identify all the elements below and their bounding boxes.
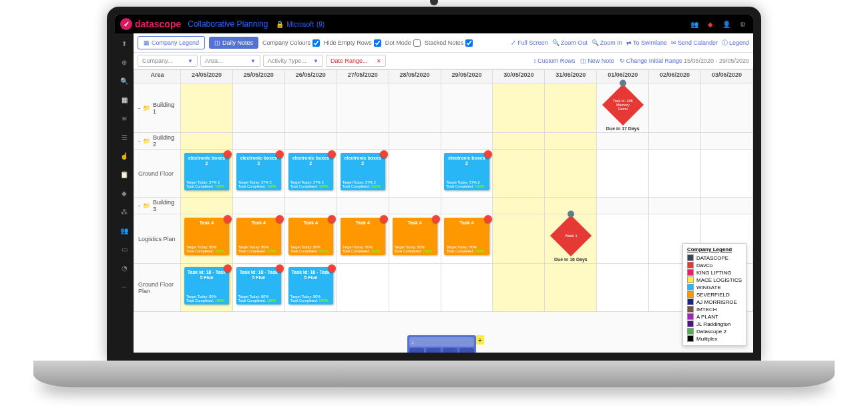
row-label: Logistics Plan bbox=[134, 214, 181, 264]
header-date: 30/05/2020 bbox=[493, 70, 545, 83]
stacked-notes-checkbox[interactable]: Stacked Notes bbox=[425, 39, 473, 47]
company-colours-checkbox[interactable]: Company Colours bbox=[262, 39, 320, 47]
note-card[interactable]: Task 4Target Today: 80%Total Completed: … bbox=[341, 218, 385, 255]
custom-rows-link[interactable]: ↕ Custom Rows bbox=[533, 57, 576, 64]
add-note-button[interactable]: + bbox=[476, 335, 484, 345]
legend-label: MACE LOGISTICS bbox=[696, 277, 742, 283]
calendar-grid: Area 24/05/2020 25/05/2020 26/05/2020 27… bbox=[134, 69, 753, 312]
header-date: 27/05/2020 bbox=[337, 70, 389, 83]
full-screen-link[interactable]: ⤢ Full Screen bbox=[511, 39, 548, 46]
folder-row: -📁Building 2 bbox=[134, 133, 753, 150]
legend-item: IMTECH bbox=[687, 306, 742, 313]
area-filter[interactable]: Area...▼ bbox=[200, 55, 260, 67]
zoom-in-link[interactable]: 🔍 Zoom In bbox=[592, 39, 622, 46]
legend-swatch bbox=[687, 254, 694, 261]
header-date: 25/05/2020 bbox=[232, 70, 284, 83]
pager-last[interactable]: » bbox=[459, 348, 474, 353]
company-filter[interactable]: Company...▼ bbox=[138, 55, 198, 67]
note-card[interactable]: electronic boxes 2Target Today: 57% 2Tot… bbox=[236, 153, 281, 190]
nav-back-icon[interactable]: ← bbox=[118, 280, 130, 292]
nav-upload-icon[interactable]: ⬆ bbox=[118, 37, 130, 49]
nav-alert-icon[interactable]: ⁂ bbox=[118, 206, 130, 218]
drag-handle-icon[interactable]: ↓ bbox=[411, 339, 415, 345]
daily-notes-button[interactable]: ◫Daily Notes bbox=[209, 37, 258, 49]
note-card[interactable]: electronic boxes 2Target Today: 57% 2Tot… bbox=[341, 153, 385, 190]
legend-item: MACE LOGISTICS bbox=[687, 276, 742, 283]
legend-label: DATASCOPE bbox=[696, 255, 728, 261]
team-icon[interactable]: 👥 bbox=[689, 19, 700, 29]
nav-swim-icon[interactable]: ≋ bbox=[118, 112, 130, 124]
note-card[interactable]: Task 4Target Today: 80%Total Completed: … bbox=[236, 218, 281, 255]
user-icon[interactable]: 👤 bbox=[721, 19, 732, 29]
nav-screen-icon[interactable]: ▭ bbox=[118, 243, 130, 255]
legend-label: KING LIFTING bbox=[696, 270, 731, 276]
hide-empty-rows-checkbox[interactable]: Hide Empty Rows bbox=[324, 39, 381, 47]
gear-icon[interactable]: ⚙ bbox=[737, 19, 748, 29]
legend-label: Datascope 2 bbox=[696, 329, 726, 335]
row-label: Building 3 bbox=[153, 199, 179, 212]
zoom-out-link[interactable]: 🔍 Zoom Out bbox=[552, 39, 588, 46]
legend-swatch bbox=[687, 291, 694, 298]
note-card[interactable]: Task 4Target Today: 80%Total Completed: … bbox=[184, 218, 229, 255]
due-label: Due in 16 Days bbox=[546, 257, 595, 262]
calendar-row: Logistics Plan Task 4Target Today: 80%To… bbox=[134, 214, 753, 264]
account-count: (9) bbox=[316, 21, 324, 28]
dot-mode-checkbox[interactable]: Dot Mode bbox=[385, 39, 421, 47]
pager-prev[interactable]: ‹ bbox=[426, 348, 441, 353]
header-date: 31/05/2020 bbox=[545, 70, 597, 83]
legend-swatch bbox=[687, 328, 694, 335]
toolbar-primary: ▦Company Legend ◫Daily Notes Company Col… bbox=[134, 33, 753, 53]
folder-icon[interactable]: 📁 bbox=[143, 138, 150, 144]
milestone-marker[interactable]: Task Id: 108MemoryDemo bbox=[602, 84, 644, 126]
calendar-wrap: Area 24/05/2020 25/05/2020 26/05/2020 27… bbox=[134, 69, 753, 353]
send-calendar-link[interactable]: ✉ Send Calander bbox=[671, 39, 718, 46]
note-card[interactable]: Task Id: 18 - Task 5 FiveTarget Today: 8… bbox=[236, 267, 281, 304]
note-card[interactable]: Task Id: 18 - Task 5 FiveTarget Today: 8… bbox=[184, 267, 229, 304]
nav-clipboard-icon[interactable]: 📋 bbox=[118, 168, 130, 180]
note-card[interactable]: Task 4Target Today: 80%Total Completed: … bbox=[444, 218, 489, 255]
folder-icon[interactable]: 📁 bbox=[143, 105, 150, 112]
pager-first[interactable]: « bbox=[409, 348, 424, 353]
nav-add-icon[interactable]: ⊕ bbox=[118, 56, 130, 68]
legend-label: WINGATE bbox=[696, 284, 721, 290]
note-card[interactable]: electronic boxes 2Target Today: 57% 2Tot… bbox=[288, 153, 333, 190]
note-card[interactable]: Task Id: 18 - Task 5 FiveTarget Today: 8… bbox=[288, 267, 333, 304]
header-date: 03/06/2020 bbox=[701, 70, 753, 83]
nav-list-icon[interactable]: ☰ bbox=[118, 131, 130, 143]
note-card[interactable]: electronic boxes 2Target Today: 57% 2Tot… bbox=[184, 153, 229, 190]
nav-people-icon[interactable]: 👥 bbox=[118, 224, 130, 236]
legend-swatch bbox=[687, 335, 694, 342]
note-card[interactable]: Task 4Target Today: 80%Total Completed: … bbox=[393, 218, 437, 255]
account-badge[interactable]: 🔒 Microsoft (9) bbox=[276, 21, 324, 28]
account-provider: Microsoft bbox=[286, 21, 314, 28]
note-card[interactable]: Task 4Target Today: 80%Total Completed: … bbox=[288, 218, 333, 255]
legend-link[interactable]: ⓘ Legend bbox=[722, 39, 749, 47]
pin-icon bbox=[224, 150, 232, 158]
legend-item: WINGATE bbox=[687, 284, 742, 290]
sidenav: ⬆ ⊕ 🔍 ▦ ≋ ☰ ☝ 📋 ◆ ⁂ 👥 ▭ ◔ ← bbox=[115, 33, 134, 353]
page-title: Collaborative Planning bbox=[188, 19, 268, 29]
pager-next[interactable]: › bbox=[443, 348, 457, 353]
diamond-icon[interactable]: ◆ bbox=[705, 19, 716, 29]
to-swimlane-link[interactable]: ⇄ To Swimlane bbox=[626, 39, 667, 46]
date-range-filter[interactable]: Date Range...✕ bbox=[326, 55, 386, 67]
change-range-link[interactable]: ↻ Change Initial Range 15/05/2020 - 29/0… bbox=[620, 57, 749, 64]
milestone-marker[interactable]: Week 1 bbox=[550, 215, 592, 256]
due-label: Due in 17 Days bbox=[598, 126, 647, 131]
activity-filter[interactable]: Activity Type...▼ bbox=[263, 55, 323, 67]
nav-calendar-icon[interactable]: ▦ bbox=[118, 93, 130, 106]
nav-hand-icon[interactable]: ☝ bbox=[118, 150, 130, 162]
new-note-link[interactable]: ◫ New Note bbox=[580, 57, 614, 64]
header-area: Area bbox=[134, 70, 181, 83]
legend-label: A PLANT bbox=[696, 314, 718, 320]
company-legend-button[interactable]: ▦Company Legend bbox=[138, 36, 205, 49]
row-label: Ground Floor bbox=[134, 150, 181, 198]
folder-row: -📁Building 3 bbox=[134, 198, 753, 214]
nav-chart-icon[interactable]: ◔ bbox=[118, 262, 130, 274]
nav-search-icon[interactable]: 🔍 bbox=[118, 75, 130, 87]
nav-marker-icon[interactable]: ◆ bbox=[118, 187, 130, 199]
legend-item: KING LIFTING bbox=[687, 269, 742, 276]
folder-icon[interactable]: 📁 bbox=[143, 202, 150, 209]
note-card[interactable]: electronic boxes 2Target Today: 57% 2Tot… bbox=[444, 153, 489, 190]
legend-swatch bbox=[687, 306, 694, 313]
